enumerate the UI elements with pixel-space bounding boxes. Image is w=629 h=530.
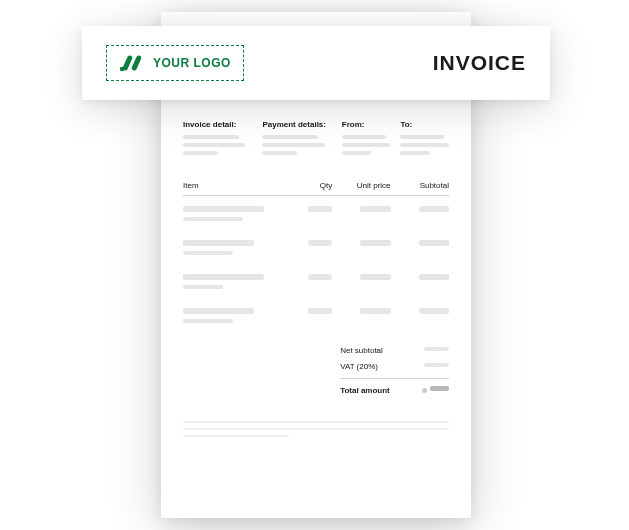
net-subtotal-value (414, 347, 449, 355)
subtotal-cell (399, 206, 449, 216)
placeholder-line (183, 143, 245, 147)
svg-rect-2 (131, 55, 142, 72)
payment-details-label: Payment details: (262, 120, 331, 129)
price-cell (340, 274, 390, 284)
price-cell (340, 308, 390, 318)
footer-notes (183, 421, 449, 437)
vat-value (414, 363, 449, 371)
to-label: To: (400, 120, 449, 129)
col-subtotal-label: Subtotal (399, 181, 449, 190)
item-cell (183, 206, 284, 226)
item-cell (183, 240, 284, 260)
placeholder-line (183, 319, 233, 323)
subtotal-cell (399, 240, 449, 250)
placeholder-line (424, 363, 449, 367)
line-items-header: Item Qty Unit price Subtotal (183, 181, 449, 196)
placeholder-line (360, 240, 390, 246)
placeholder-line (308, 240, 332, 246)
table-row (183, 206, 449, 226)
summary-section: Net subtotal VAT (20%) Total amount (183, 346, 449, 395)
item-cell (183, 308, 284, 328)
placeholder-line (342, 151, 371, 155)
placeholder-line (360, 274, 390, 280)
currency-dot-icon (422, 388, 427, 393)
placeholder-line (262, 143, 324, 147)
invoice-title: INVOICE (433, 51, 526, 75)
placeholder-line (183, 421, 449, 423)
subtotal-cell (399, 274, 449, 284)
placeholder-line (360, 308, 390, 314)
from-col: From: (342, 120, 391, 159)
logo-placeholder[interactable]: YOUR LOGO (106, 45, 244, 81)
placeholder-line (400, 143, 449, 147)
invoice-header-bar: YOUR LOGO INVOICE (82, 26, 550, 100)
logo-mark-icon (119, 54, 145, 72)
details-section: Invoice detail: Payment details: From: T… (183, 120, 449, 159)
qty-cell (292, 274, 332, 284)
placeholder-line (400, 135, 444, 139)
placeholder-line (183, 240, 254, 246)
placeholder-line (419, 240, 449, 246)
price-cell (340, 240, 390, 250)
invoice-detail-label: Invoice detail: (183, 120, 252, 129)
item-cell (183, 274, 284, 294)
placeholder-line (183, 285, 223, 289)
logo-text: YOUR LOGO (153, 56, 231, 70)
from-label: From: (342, 120, 391, 129)
placeholder-line (400, 151, 429, 155)
placeholder-line (308, 308, 332, 314)
placeholder-line (419, 308, 449, 314)
summary-divider (340, 378, 449, 379)
qty-cell (292, 240, 332, 250)
placeholder-line (183, 206, 264, 212)
placeholder-line (360, 206, 390, 212)
placeholder-line (342, 143, 391, 147)
col-price-label: Unit price (340, 181, 390, 190)
placeholder-line (308, 206, 332, 212)
payment-details-col: Payment details: (262, 120, 331, 159)
total-amount-label: Total amount (340, 386, 406, 395)
placeholder-line (183, 217, 243, 221)
placeholder-line (262, 135, 318, 139)
vat-label: VAT (20%) (340, 362, 406, 371)
table-row (183, 308, 449, 328)
net-subtotal-label: Net subtotal (340, 346, 406, 355)
placeholder-line (342, 135, 386, 139)
placeholder-line (419, 274, 449, 280)
placeholder-line (419, 206, 449, 212)
to-col: To: (400, 120, 449, 159)
placeholder-line (308, 274, 332, 280)
subtotal-cell (399, 308, 449, 318)
placeholder-line (430, 386, 449, 391)
qty-cell (292, 206, 332, 216)
qty-cell (292, 308, 332, 318)
placeholder-line (183, 274, 264, 280)
total-amount-value (414, 386, 449, 395)
placeholder-line (183, 435, 289, 437)
col-qty-label: Qty (292, 181, 332, 190)
col-item-label: Item (183, 181, 284, 190)
placeholder-line (183, 428, 449, 430)
placeholder-line (183, 151, 218, 155)
invoice-detail-col: Invoice detail: (183, 120, 252, 159)
placeholder-line (183, 308, 254, 314)
placeholder-line (424, 347, 449, 351)
placeholder-line (262, 151, 297, 155)
placeholder-line (183, 135, 239, 139)
svg-rect-1 (122, 55, 133, 72)
table-row (183, 274, 449, 294)
price-cell (340, 206, 390, 216)
placeholder-line (183, 251, 233, 255)
table-row (183, 240, 449, 260)
